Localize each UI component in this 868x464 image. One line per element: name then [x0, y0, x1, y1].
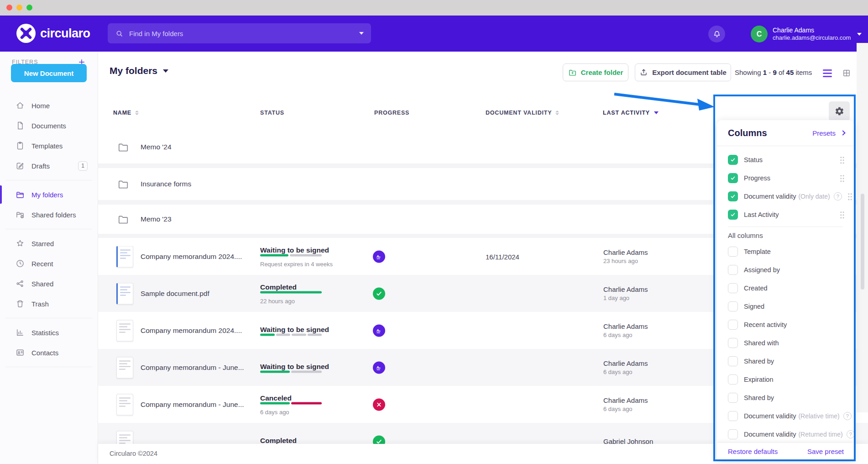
sidebar-item-shared-folders[interactable]: Shared folders [0, 205, 98, 225]
sidebar-item-label: Contacts [31, 349, 58, 357]
column-option-shared-by[interactable]: Shared by [728, 389, 845, 407]
checkbox-unchecked[interactable] [728, 393, 738, 403]
export-document-table-button[interactable]: Export document table [635, 63, 731, 81]
search-bar[interactable] [108, 23, 371, 43]
status-label: Canceled [260, 394, 292, 401]
sidebar-item-home[interactable]: Home [0, 95, 98, 116]
checkbox-unchecked[interactable] [728, 338, 738, 348]
status-label: Waiting to be signed [260, 325, 329, 333]
progress-bar [260, 291, 322, 293]
item-name[interactable]: Company memorandum - June... [141, 364, 244, 372]
search-options-chevron-icon[interactable] [359, 32, 364, 35]
column-option-progress[interactable]: Progress [728, 169, 845, 187]
list-view-icon[interactable] [823, 69, 832, 77]
column-option-document-validity[interactable]: Document validity(Returned time)? [728, 425, 845, 443]
checkbox-unchecked[interactable] [728, 265, 738, 275]
grid-view-icon[interactable] [842, 69, 851, 78]
column-option-status[interactable]: Status [728, 151, 845, 169]
column-header-document-validity[interactable]: DOCUMENT VALIDITY [486, 110, 559, 116]
column-option-recent-activity[interactable]: Recent activity [728, 316, 845, 334]
close-window-icon[interactable] [6, 5, 12, 11]
column-option-template[interactable]: Template [728, 243, 845, 261]
presets-link[interactable]: Presets [812, 129, 845, 137]
item-name[interactable]: Company memorandum 2024.... [141, 327, 242, 335]
sidebar-item-documents[interactable]: Documents [0, 116, 98, 136]
checkbox-unchecked[interactable] [728, 247, 738, 257]
drag-handle-icon[interactable] [847, 193, 852, 200]
checkbox-unchecked[interactable] [728, 301, 738, 311]
drag-handle-icon[interactable] [840, 211, 845, 219]
sidebar-item-my-folders[interactable]: My folders [0, 185, 98, 205]
column-header-last-activity[interactable]: LAST ACTIVITY [603, 110, 659, 116]
checkbox-unchecked[interactable] [728, 411, 738, 421]
progress-segment [260, 370, 290, 373]
table-settings-button[interactable] [829, 101, 850, 121]
column-option-signed[interactable]: Signed [728, 297, 845, 316]
sidebar-item-templates[interactable]: Templates [0, 136, 98, 156]
status-label: Completed [260, 436, 297, 444]
search-input[interactable] [129, 30, 359, 37]
checkbox-unchecked[interactable] [728, 429, 738, 439]
check-icon [730, 211, 736, 218]
folder-icon [117, 141, 129, 153]
column-option-shared-with[interactable]: Shared with [728, 334, 845, 352]
create-folder-button[interactable]: Create folder [563, 63, 628, 81]
drag-handle-icon[interactable] [840, 156, 845, 164]
sidebar-item-recent[interactable]: Recent [0, 253, 98, 274]
sidebar-item-shared[interactable]: Shared [0, 274, 98, 294]
column-option-assigned-by[interactable]: Assigned by [728, 261, 845, 279]
sidebar-item-drafts[interactable]: Drafts1 [0, 156, 98, 176]
column-option-document-validity[interactable]: Document validity(Only date)? [728, 187, 845, 206]
column-header-name[interactable]: NAME [113, 110, 139, 116]
help-icon[interactable]: ? [843, 412, 852, 420]
checkbox-checked[interactable] [728, 173, 738, 183]
page-title[interactable]: My folders [110, 65, 168, 76]
save-preset-link[interactable]: Save preset [807, 448, 844, 455]
sidebar-item-starred[interactable]: Starred [0, 233, 98, 253]
last-activity-cell: Charlie Adams 6 days ago [603, 322, 648, 339]
column-option-created[interactable]: Created [728, 279, 845, 297]
item-name[interactable]: Company memorandum - June... [141, 401, 244, 409]
item-name[interactable]: Insurance forms [141, 180, 191, 188]
sidebar-item-label: Starred [31, 240, 54, 248]
checkbox-unchecked[interactable] [728, 374, 738, 385]
activity-user: Charlie Adams [603, 359, 648, 368]
checkbox-unchecked[interactable] [728, 283, 738, 293]
bell-icon [712, 30, 722, 39]
checkbox-unchecked[interactable] [728, 320, 738, 330]
user-menu[interactable]: C Charlie Adams charlie.adams@circularo.… [751, 26, 862, 42]
new-document-button[interactable]: New Document [11, 64, 87, 82]
restore-defaults-link[interactable]: Restore defaults [728, 448, 778, 455]
help-icon[interactable]: ? [834, 192, 842, 200]
sidebar-item-label: Home [31, 102, 50, 110]
help-icon[interactable]: ? [847, 430, 854, 438]
sidebar-item-trash[interactable]: Trash [0, 294, 98, 314]
last-activity-cell: Charlie Adams 23 hours ago [603, 248, 648, 265]
minimize-window-icon[interactable] [16, 5, 22, 11]
checkbox-checked[interactable] [728, 191, 738, 201]
column-option-last-activity[interactable]: Last Activity [728, 206, 845, 224]
sidebar-item-statistics[interactable]: Statistics [0, 322, 98, 343]
scrollbar-thumb[interactable] [861, 194, 864, 290]
column-option-document-validity[interactable]: Document validity(Relative time)? [728, 407, 845, 425]
column-header-status[interactable]: STATUS [260, 110, 284, 116]
last-activity-cell: Charlie Adams 6 days ago [603, 359, 648, 376]
notifications-button[interactable] [708, 26, 725, 42]
item-name[interactable]: Memo '23 [141, 215, 172, 223]
checkbox-checked[interactable] [728, 210, 738, 220]
item-name[interactable]: Company memorandum 2024.... [141, 253, 242, 261]
sidebar: New Document HomeDocumentsTemplatesDraft… [0, 52, 98, 464]
activity-user: Charlie Adams [603, 248, 648, 257]
checkbox-checked[interactable] [728, 155, 738, 165]
column-option-expiration[interactable]: Expiration [728, 370, 845, 389]
item-name[interactable]: Sample document.pdf [141, 290, 209, 298]
sidebar-item-contacts[interactable]: Contacts [0, 343, 98, 363]
checkbox-unchecked[interactable] [728, 356, 738, 366]
column-option-shared-by[interactable]: Shared by [728, 352, 845, 370]
progress-bar [260, 402, 322, 404]
item-name[interactable]: Memo '24 [141, 143, 172, 151]
columns-panel: Columns Presets StatusProgressDocument v… [713, 95, 856, 461]
zoom-window-icon[interactable] [26, 5, 32, 11]
column-header-progress[interactable]: PROGRESS [374, 110, 409, 116]
drag-handle-icon[interactable] [840, 174, 845, 182]
